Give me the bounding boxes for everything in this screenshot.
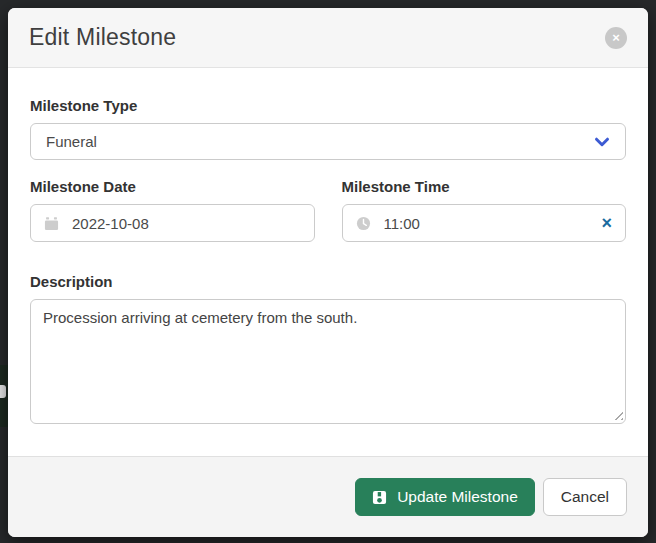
milestone-type-label: Milestone Type: [30, 97, 626, 114]
modal-body: Milestone Type Funeral Milestone Date: [8, 68, 648, 456]
milestone-type-select[interactable]: Funeral: [30, 123, 626, 160]
edit-milestone-modal: Edit Milestone × Milestone Type Funeral …: [8, 8, 648, 537]
milestone-date-input[interactable]: 2022-10-08: [30, 204, 315, 242]
update-milestone-button[interactable]: Update Milestone: [355, 478, 535, 516]
update-milestone-label: Update Milestone: [397, 488, 518, 506]
milestone-time-value: 11:00: [384, 215, 420, 232]
modal-title: Edit Milestone: [29, 24, 176, 51]
modal-footer: Update Milestone Cancel: [8, 456, 648, 537]
milestone-date-label: Milestone Date: [30, 178, 315, 195]
milestone-type-value: Funeral: [46, 133, 97, 150]
calendar-icon: [44, 216, 59, 231]
close-icon: ×: [612, 31, 620, 44]
description-textarea[interactable]: Procession arriving at cemetery from the…: [30, 299, 626, 424]
milestone-date-group: Milestone Date 2022-10-08: [30, 178, 315, 242]
cancel-label: Cancel: [561, 488, 609, 506]
background-content-fragment: [0, 385, 6, 398]
description-group: Procession arriving at cemetery from the…: [30, 299, 626, 424]
clear-time-button[interactable]: ×: [601, 214, 612, 232]
description-label: Description: [30, 273, 626, 290]
milestone-time-label: Milestone Time: [342, 178, 627, 195]
save-icon: [372, 490, 387, 505]
modal-header: Edit Milestone ×: [8, 8, 648, 68]
milestone-date-value: 2022-10-08: [72, 215, 149, 232]
milestone-time-input[interactable]: 11:00 ×: [342, 204, 627, 242]
milestone-time-group: Milestone Time 11:00 ×: [342, 178, 627, 242]
cancel-button[interactable]: Cancel: [543, 478, 627, 516]
clock-icon: [356, 216, 371, 231]
clear-icon: ×: [601, 213, 612, 233]
date-time-row: Milestone Date 2022-10-08 Milestone Time: [30, 178, 626, 242]
close-button[interactable]: ×: [605, 27, 627, 49]
chevron-down-icon: [594, 134, 610, 150]
